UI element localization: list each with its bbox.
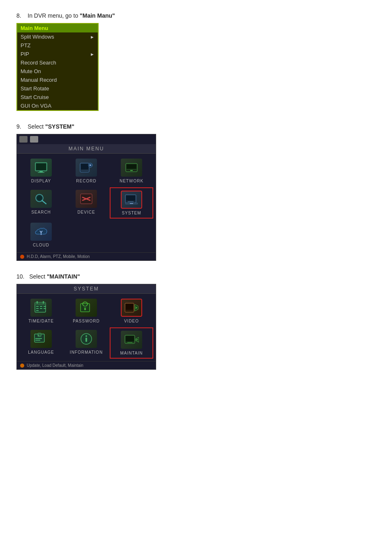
svg-rect-26 xyxy=(130,203,133,204)
svg-rect-5 xyxy=(81,164,88,169)
svg-point-42 xyxy=(84,306,86,308)
language-icon: i xyxy=(30,330,52,348)
step-8-text: In DVR menu, go to xyxy=(28,12,80,19)
system-menu-screen: SYSTEM xyxy=(16,284,156,370)
system-cell-information[interactable]: INFORMATION xyxy=(65,327,108,359)
step-10-bold: "MAINTAIN" xyxy=(47,273,80,280)
menu-item-start-cruise[interactable]: Start Cruise xyxy=(17,93,98,101)
svg-rect-60 xyxy=(127,342,132,343)
record-label: RECORD xyxy=(76,179,96,183)
svg-rect-1 xyxy=(36,164,46,170)
dvr-cell-network[interactable]: NETWORK xyxy=(110,156,153,186)
system-menu-title: SYSTEM xyxy=(17,284,156,294)
device-label: DEVICE xyxy=(77,210,95,214)
dvr-cell-device[interactable]: DEVICE xyxy=(65,187,108,219)
arrow-icon: ► xyxy=(90,52,95,57)
menu-item-manual-record[interactable]: Manual Record xyxy=(17,76,98,84)
main-menu-title: Main Menu xyxy=(17,24,98,32)
menu-item-ptz[interactable]: PTZ xyxy=(17,41,98,50)
system-cell-language[interactable]: i LANGUAGE xyxy=(19,327,63,359)
step-10: 10. Select "MAINTAIN" SYSTEM xyxy=(16,273,376,370)
svg-rect-2 xyxy=(39,171,43,172)
svg-rect-29 xyxy=(35,302,46,305)
menu-item-label: PTZ xyxy=(21,42,31,48)
main-menu-dropdown: Main Menu Split Windows ► PTZ PIP ► Reco… xyxy=(16,23,99,111)
svg-rect-32 xyxy=(36,306,39,307)
dvr-bottom-text: H.D.D, Alarm, PTZ, Mobile, Motion xyxy=(27,254,90,259)
step-10-header: 10. Select "MAINTAIN" xyxy=(16,273,376,280)
svg-rect-50 xyxy=(35,338,42,339)
svg-rect-34 xyxy=(44,306,46,307)
maintain-icon xyxy=(121,331,142,349)
system-cell-maintain[interactable]: MAINTAIN xyxy=(110,327,153,359)
dvr-menu-title: MAIN MENU xyxy=(17,144,156,154)
dvr-menu-grid: DISPLAY RECORD xyxy=(17,154,156,252)
video-icon xyxy=(121,299,142,317)
system-cell-video[interactable]: VIDEO xyxy=(110,296,153,326)
svg-rect-36 xyxy=(40,308,42,309)
bottom-dot-icon xyxy=(20,255,24,259)
menu-item-label: Mute On xyxy=(21,68,41,74)
svg-rect-33 xyxy=(40,306,42,307)
menu-item-record-search[interactable]: Record Search xyxy=(17,58,98,67)
svg-rect-3 xyxy=(38,172,44,173)
step-9: 9. Select "SYSTEM" MAIN MENU xyxy=(16,123,376,261)
menu-item-mute[interactable]: Mute On xyxy=(17,67,98,76)
dvr-cell-display[interactable]: DISPLAY xyxy=(19,156,63,186)
password-label: PASSWORD xyxy=(73,319,100,323)
svg-rect-35 xyxy=(36,308,39,309)
step-9-header: 9. Select "SYSTEM" xyxy=(16,123,376,130)
step-10-number: 10. xyxy=(16,273,24,280)
step-9-text: Select xyxy=(28,123,45,130)
information-label: INFORMATION xyxy=(70,350,103,355)
menu-item-label: Record Search xyxy=(21,60,56,66)
menu-item-split-windows[interactable]: Split Windows ► xyxy=(17,32,98,41)
dvr-cell-cloud[interactable]: CLOUD xyxy=(19,220,63,250)
svg-rect-37 xyxy=(44,308,46,309)
system-menu-grid: TIME/DATE PASSWORD xyxy=(17,294,156,361)
menu-item-label: GUI On VGA xyxy=(21,103,51,109)
timedate-icon xyxy=(30,299,52,317)
step-8: 8. In DVR menu, go to "Main Manu" Main M… xyxy=(16,12,376,111)
svg-rect-11 xyxy=(127,164,136,169)
menu-item-start-rotate[interactable]: Start Rotate xyxy=(17,84,98,93)
language-label: LANGUAGE xyxy=(28,350,54,355)
svg-rect-30 xyxy=(37,301,38,304)
system-menu-bottom-bar: Update, Load Default, Maintain xyxy=(17,361,156,369)
display-label: DISPLAY xyxy=(31,179,51,183)
menu-item-label: PIP xyxy=(21,51,29,57)
system-cell-password[interactable]: PASSWORD xyxy=(65,296,108,326)
information-icon xyxy=(76,330,97,348)
dvr-cell-search[interactable]: SEARCH xyxy=(19,187,63,219)
step-9-number: 9. xyxy=(16,123,21,130)
svg-text:i: i xyxy=(38,334,39,337)
step-8-header: 8. In DVR menu, go to "Main Manu" xyxy=(16,12,376,19)
step-8-bold: "Main Manu" xyxy=(80,12,115,19)
network-label: NETWORK xyxy=(120,179,143,183)
record-icon xyxy=(76,159,97,177)
cloud-label: CLOUD xyxy=(33,243,49,247)
svg-rect-51 xyxy=(35,340,40,341)
dvr-menu-bottom-bar: H.D.D, Alarm, PTZ, Mobile, Motion xyxy=(17,252,156,260)
dvr-cell-record[interactable]: RECORD xyxy=(65,156,108,186)
dvr-cell-system[interactable]: SYSTEM xyxy=(110,187,153,219)
svg-rect-44 xyxy=(126,304,133,310)
svg-rect-54 xyxy=(85,338,87,342)
menu-item-pip[interactable]: PIP ► xyxy=(17,50,98,58)
svg-line-17 xyxy=(42,200,46,204)
menu-item-gui-vga[interactable]: GUI On VGA xyxy=(17,101,98,110)
video-label: VIDEO xyxy=(124,319,139,323)
dvr-top-bar xyxy=(17,134,156,144)
step-8-number: 8. xyxy=(16,12,21,19)
svg-point-53 xyxy=(85,335,87,337)
svg-rect-31 xyxy=(43,301,44,304)
menu-item-label: Start Rotate xyxy=(21,85,49,92)
dvr-icon-2 xyxy=(30,136,38,143)
arrow-icon: ► xyxy=(90,35,95,39)
svg-rect-56 xyxy=(126,336,134,341)
search-icon xyxy=(30,190,52,208)
system-bottom-dot-icon xyxy=(20,364,24,368)
dvr-icon-1 xyxy=(19,136,28,143)
system-cell-timedate[interactable]: TIME/DATE xyxy=(19,296,63,326)
maintain-label: MAINTAIN xyxy=(120,351,143,355)
